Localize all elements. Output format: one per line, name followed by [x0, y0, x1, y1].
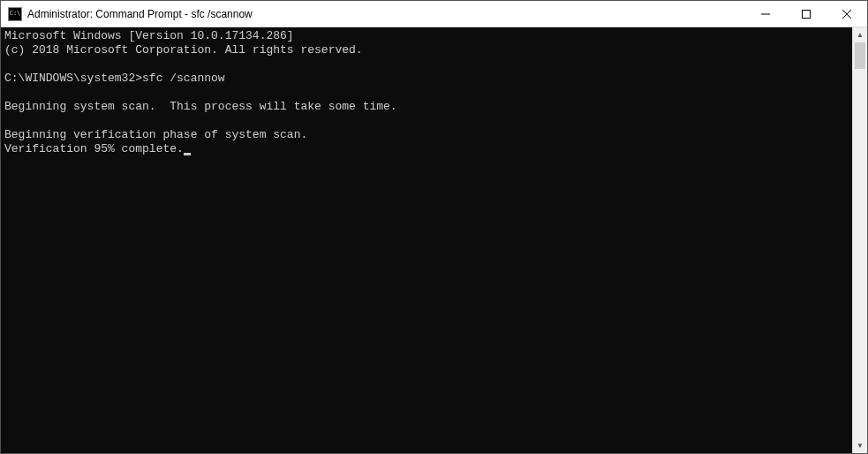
scroll-down-arrow[interactable]: ▼ [853, 438, 867, 453]
text-cursor [184, 153, 191, 155]
command-prompt-window: C:\ Administrator: Command Prompt - sfc … [0, 0, 868, 454]
console-output[interactable]: Microsoft Windows [Version 10.0.17134.28… [1, 27, 852, 453]
maximize-icon [802, 10, 811, 19]
app-icon: C:\ [8, 7, 22, 21]
scroll-up-arrow[interactable]: ▲ [853, 27, 867, 42]
titlebar[interactable]: C:\ Administrator: Command Prompt - sfc … [1, 1, 867, 27]
window-title: Administrator: Command Prompt - sfc /sca… [27, 8, 745, 20]
maximize-button[interactable] [786, 1, 826, 26]
console-line: Beginning verification phase of system s… [4, 128, 849, 142]
console-line: C:\WINDOWS\system32>sfc /scannow [4, 72, 849, 86]
console-line [4, 86, 849, 100]
console-line: (c) 2018 Microsoft Corporation. All righ… [4, 43, 849, 57]
svg-rect-1 [803, 10, 811, 18]
vertical-scrollbar[interactable]: ▲ ▼ [852, 27, 867, 453]
console-line [4, 114, 849, 128]
close-icon [842, 10, 851, 19]
console-line [4, 57, 849, 72]
minimize-button[interactable] [745, 1, 786, 26]
app-icon-text: C:\ [10, 11, 21, 17]
scroll-track[interactable] [853, 42, 867, 438]
close-button[interactable] [826, 1, 867, 26]
scroll-thumb[interactable] [855, 42, 865, 69]
console-area: Microsoft Windows [Version 10.0.17134.28… [1, 27, 867, 453]
console-line: Microsoft Windows [Version 10.0.17134.28… [4, 29, 849, 43]
window-controls [745, 1, 867, 26]
console-line: Beginning system scan. This process will… [4, 100, 849, 114]
console-line: Verification 95% complete. [4, 142, 849, 156]
minimize-icon [761, 10, 770, 19]
